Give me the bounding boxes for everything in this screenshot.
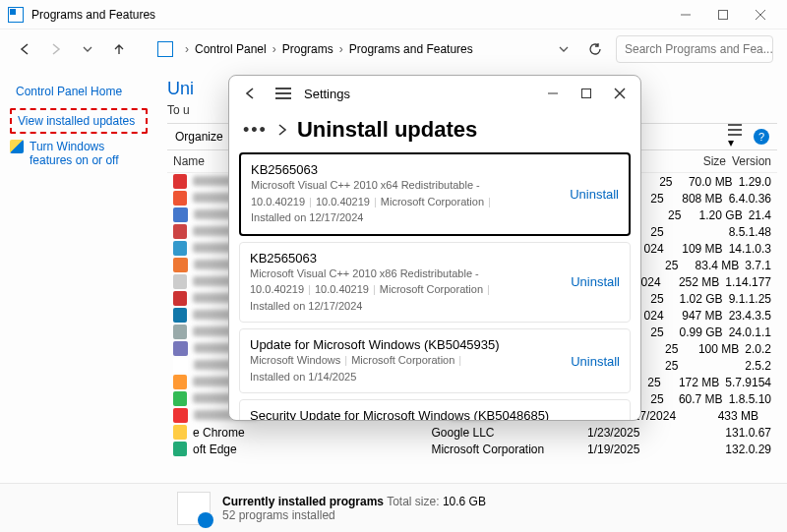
window-title: Programs and Features (31, 8, 155, 22)
col-version[interactable]: Version (732, 154, 771, 168)
svg-rect-10 (582, 89, 591, 98)
update-details: Microsoft Visual C++ 2010 x64 Redistribu… (251, 177, 562, 226)
back-button[interactable] (14, 38, 35, 60)
location-icon (157, 41, 173, 57)
uninstall-button[interactable]: Uninstall (570, 187, 619, 202)
refresh-button[interactable] (584, 38, 606, 60)
update-details: Microsoft Visual C++ 2010 x86 Redistribu… (250, 266, 563, 315)
table-row[interactable]: e Chrome Google LLC 1/23/2025 131.0.67 (167, 424, 777, 441)
maximize-button[interactable] (704, 1, 742, 29)
update-details: Microsoft Windows|Microsoft Corporation|… (250, 352, 563, 384)
svg-rect-7 (728, 129, 742, 131)
search-box[interactable] (616, 35, 773, 63)
uninstall-button[interactable]: Uninstall (571, 274, 620, 289)
settings-maximize-button[interactable] (570, 78, 603, 109)
settings-window: Settings ••• Uninstall updates KB2565063… (228, 75, 641, 421)
minimize-button[interactable] (667, 1, 704, 29)
view-button[interactable]: ▾ (728, 124, 742, 149)
settings-header: ••• Uninstall updates (229, 111, 640, 148)
update-card[interactable]: Update for Microsoft Windows (KB5045935)… (239, 328, 631, 393)
chevron-right-icon (277, 123, 287, 137)
update-title: Security Update for Microsoft Windows (K… (250, 408, 563, 420)
update-title: Update for Microsoft Windows (KB5045935) (250, 337, 563, 352)
view-installed-updates-link[interactable]: View installed updates (10, 108, 148, 134)
update-card[interactable]: Security Update for Microsoft Windows (K… (239, 399, 631, 420)
chevron-right-icon: › (339, 42, 343, 56)
update-card[interactable]: KB2565063 Microsoft Visual C++ 2010 x86 … (239, 242, 631, 324)
titlebar: Programs and Features (0, 0, 787, 30)
update-title: KB2565063 (250, 251, 563, 266)
status-bar: Currently installed programs Total size:… (0, 483, 787, 532)
svg-rect-1 (719, 10, 728, 19)
organize-button[interactable]: Organize (175, 130, 223, 144)
more-icon[interactable]: ••• (243, 120, 268, 141)
app-icon (8, 7, 24, 23)
help-button[interactable]: ? (754, 129, 769, 145)
address-dropdown[interactable] (553, 38, 575, 60)
settings-minimize-button[interactable] (536, 78, 570, 109)
close-button[interactable] (742, 1, 779, 29)
status-line1: Currently installed programs Total size:… (222, 495, 486, 508)
up-button[interactable] (108, 38, 130, 60)
shield-icon (10, 140, 24, 153)
settings-app-title: Settings (304, 87, 350, 101)
chevron-right-icon: › (272, 42, 276, 56)
crumb-control-panel[interactable]: Control Panel (195, 42, 267, 56)
svg-rect-8 (728, 134, 742, 136)
breadcrumb[interactable]: › Control Panel › Programs › Programs an… (185, 42, 543, 56)
status-icon (177, 492, 211, 525)
uninstall-button[interactable]: Uninstall (571, 354, 620, 369)
sidebar: Control Panel Home View installed update… (0, 69, 157, 483)
settings-close-button[interactable] (603, 78, 636, 109)
settings-titlebar: Settings (229, 76, 640, 111)
hamburger-icon[interactable] (267, 78, 300, 109)
crumb-programs[interactable]: Programs (282, 42, 333, 56)
settings-back-button[interactable] (233, 78, 267, 109)
control-panel-home-link[interactable]: Control Panel Home (10, 81, 148, 102)
status-line2: 52 programs installed (222, 508, 486, 522)
toolbar: › Control Panel › Programs › Programs an… (0, 30, 787, 69)
chevron-right-icon: › (185, 42, 189, 56)
svg-rect-6 (728, 124, 742, 126)
col-size[interactable]: Size (664, 154, 732, 168)
updates-list: KB2565063 Microsoft Visual C++ 2010 x64 … (229, 148, 640, 420)
crumb-programs-features[interactable]: Programs and Features (349, 42, 473, 56)
forward-button[interactable] (45, 38, 67, 60)
settings-page-title: Uninstall updates (297, 117, 477, 143)
windows-features-link[interactable]: Turn Windows features on or off (30, 140, 148, 167)
table-row[interactable]: oft Edge Microsoft Corporation 1/19/2025… (167, 441, 777, 457)
update-title: KB2565063 (251, 162, 562, 177)
recent-dropdown[interactable] (77, 38, 98, 60)
search-input[interactable] (625, 42, 772, 56)
update-card[interactable]: KB2565063 Microsoft Visual C++ 2010 x64 … (239, 152, 631, 236)
